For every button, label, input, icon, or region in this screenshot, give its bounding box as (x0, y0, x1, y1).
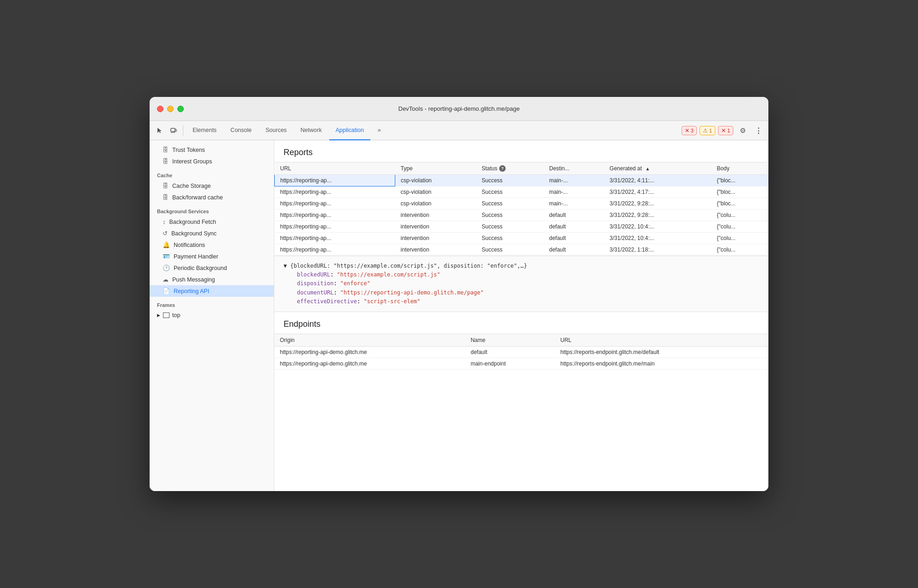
warning-icon: ⚠ (703, 127, 708, 134)
sidebar-item-payment-handler[interactable]: 🪪 Payment Handler (150, 251, 274, 262)
tab-sources[interactable]: Sources (259, 121, 293, 140)
sidebar-item-label: Notifications (174, 242, 205, 248)
cell-endpoint-url: https://reports-endpoint.glitch.me/main (555, 358, 768, 369)
status-help-icon[interactable]: ? (499, 165, 506, 172)
minimize-button[interactable] (167, 106, 174, 112)
device-icon-button[interactable] (167, 124, 180, 137)
tab-elements[interactable]: Elements (186, 121, 223, 140)
window-title: DevTools - reporting-api-demo.glitch.me/… (398, 105, 519, 112)
reporting-api-icon: 📄 (163, 288, 170, 294)
table-row[interactable]: https://reporting-api-demo.glitch.me def… (274, 346, 768, 358)
endpoints-title: Endpoints (274, 312, 768, 334)
error-count-badge-2[interactable]: ✕ 1 (718, 126, 733, 135)
table-row[interactable]: https://reporting-ap... intervention Suc… (275, 210, 769, 221)
table-row[interactable]: https://reporting-ap... intervention Suc… (275, 233, 769, 244)
svg-rect-0 (171, 128, 175, 132)
tab-more[interactable]: » (371, 121, 387, 140)
table-row[interactable]: https://reporting-ap... csp-violation Su… (275, 175, 769, 186)
more-menu-button[interactable]: ⋮ (752, 124, 765, 137)
sidebar-item-reporting-api[interactable]: 📄 Reporting API (150, 285, 274, 297)
cell-url: https://reporting-ap... (275, 233, 395, 244)
json-preview-line-4: documentURL: "https://reporting-api-demo… (284, 288, 759, 297)
sidebar-item-back-forward-cache[interactable]: 🗄 Back/forward cache (150, 192, 274, 203)
cell-url: https://reporting-ap... (275, 175, 395, 186)
cell-generated: 3/31/2022, 10:4:... (604, 233, 711, 244)
col-name: Name (465, 334, 555, 346)
cell-origin: https://reporting-api-demo.glitch.me (274, 358, 465, 369)
sidebar-item-periodic-background[interactable]: 🕐 Periodic Background (150, 262, 274, 274)
sidebar-item-label: Cache Storage (172, 183, 211, 189)
reports-title: Reports (274, 140, 768, 162)
cell-body: {"colu... (711, 244, 768, 256)
close-button[interactable] (157, 106, 163, 112)
col-destin: Destin... (544, 162, 604, 175)
toolbar-divider-1 (183, 125, 183, 136)
device-icon (170, 127, 177, 134)
cell-type: intervention (395, 221, 476, 233)
col-origin: Origin (274, 334, 465, 346)
tab-console[interactable]: Console (224, 121, 258, 140)
sidebar-item-label: top (172, 312, 180, 318)
cache-storage-icon: 🗄 (163, 182, 169, 189)
error-icon-2: ✕ (721, 127, 726, 134)
sidebar-item-background-fetch[interactable]: ↕ Background Fetch (150, 216, 274, 228)
cell-destin: default (544, 233, 604, 244)
json-preview-line-1: ▼ {blockedURL: "https://example.com/scri… (284, 262, 759, 270)
cell-url: https://reporting-ap... (275, 244, 395, 256)
cell-status: Success (476, 210, 544, 221)
cell-type: intervention (395, 210, 476, 221)
cell-type: intervention (395, 244, 476, 256)
sidebar-item-cache-storage[interactable]: 🗄 Cache Storage (150, 180, 274, 192)
json-preview: ▼ {blockedURL: "https://example.com/scri… (274, 256, 768, 312)
sidebar-item-interest-groups[interactable]: 🗄 Interest Groups (150, 156, 274, 167)
sidebar-item-label: Push Messaging (172, 276, 215, 283)
table-row[interactable]: https://reporting-ap... intervention Suc… (275, 244, 769, 256)
sidebar-item-label: Back/forward cache (172, 194, 223, 201)
sidebar-item-background-sync[interactable]: ↺ Background Sync (150, 228, 274, 239)
warning-count-badge[interactable]: ⚠ 1 (700, 126, 715, 135)
svg-rect-1 (175, 129, 176, 132)
payment-handler-icon: 🪪 (163, 253, 170, 260)
table-row[interactable]: https://reporting-api-demo.glitch.me mai… (274, 358, 768, 369)
json-preview-line-2: blockedURL: "https://example.com/script.… (284, 270, 759, 279)
main-content: Reports URL Type Status ? (274, 140, 768, 491)
cursor-icon-button[interactable] (153, 124, 166, 137)
cell-body: {"colu... (711, 210, 768, 221)
sidebar-item-label: Trust Tokens (172, 147, 205, 153)
sidebar-item-push-messaging[interactable]: ☁ Push Messaging (150, 274, 274, 285)
sidebar-item-trust-tokens[interactable]: 🗄 Trust Tokens (150, 144, 274, 156)
error-count-badge[interactable]: ✕ 3 (682, 126, 697, 135)
sidebar-item-label: Reporting API (174, 288, 209, 294)
table-row[interactable]: https://reporting-ap... intervention Suc… (275, 221, 769, 233)
cell-name: main-endpoint (465, 358, 555, 369)
endpoints-section: Endpoints Origin Name URL https://report… (274, 312, 768, 370)
endpoints-table: Origin Name URL https://reporting-api-de… (274, 334, 768, 370)
sidebar-item-notifications[interactable]: 🔔 Notifications (150, 239, 274, 251)
cell-url: https://reporting-ap... (275, 186, 395, 198)
tab-network[interactable]: Network (294, 121, 328, 140)
frames-section-label: Frames (150, 297, 274, 310)
table-row[interactable]: https://reporting-ap... csp-violation Su… (275, 198, 769, 210)
cell-generated: 3/31/2022, 10:4:... (604, 221, 711, 233)
col-body: Body (711, 162, 768, 175)
traffic-lights (157, 106, 184, 112)
sidebar-item-label: Background Fetch (169, 219, 216, 225)
background-services-section-label: Background Services (150, 203, 274, 216)
cell-type: csp-violation (395, 186, 476, 198)
devtools-container: Elements Console Sources Network Applica… (150, 121, 768, 491)
tab-application[interactable]: Application (329, 121, 370, 140)
cell-body: {"bloc... (711, 186, 768, 198)
maximize-button[interactable] (177, 106, 184, 112)
settings-button[interactable]: ⚙ (736, 124, 749, 137)
cell-body: {"bloc... (711, 175, 768, 186)
cell-url: https://reporting-ap... (275, 198, 395, 210)
sidebar-item-label: Payment Handler (174, 253, 218, 260)
cell-endpoint-url: https://reports-endpoint.glitch.me/defau… (555, 346, 768, 358)
sidebar-item-top[interactable]: ▶ top (150, 310, 274, 321)
sidebar-item-label: Background Sync (171, 230, 217, 237)
table-row[interactable]: https://reporting-ap... csp-violation Su… (275, 186, 769, 198)
database-icon-2: 🗄 (163, 158, 169, 165)
sort-icon: ▲ (645, 166, 650, 171)
cell-type: csp-violation (395, 175, 476, 186)
cell-type: intervention (395, 233, 476, 244)
